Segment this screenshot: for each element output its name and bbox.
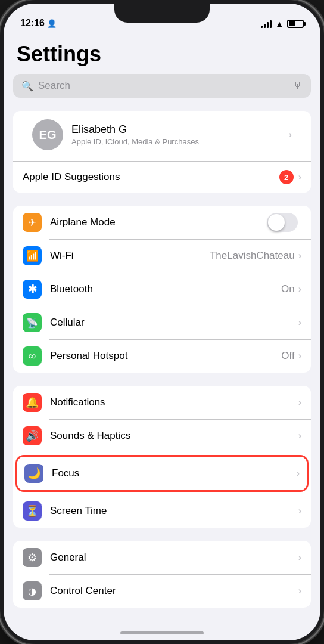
- hotspot-row[interactable]: ∞ Personal Hotspot Off ›: [13, 339, 311, 373]
- phone-frame: 12:16 👤 ▲ Settings: [0, 0, 324, 644]
- suggestions-row[interactable]: Apple ID Suggestions 2 ›: [13, 161, 311, 193]
- notifications-icon: 🔔: [23, 393, 42, 412]
- page-title: Settings: [4, 32, 320, 74]
- battery-icon: [287, 20, 304, 28]
- control-center-icon: ◑: [23, 581, 42, 600]
- general-row[interactable]: ⚙ General ›: [13, 541, 311, 574]
- bluetooth-value: On: [281, 283, 295, 295]
- sounds-chevron: ›: [298, 431, 301, 441]
- apple-id-info: Elisabeth G Apple ID, iCloud, Media & Pu…: [71, 123, 289, 146]
- suggestions-badge: 2: [279, 170, 294, 184]
- bluetooth-label: Bluetooth: [50, 283, 281, 295]
- screen-time-icon: ⏳: [23, 501, 42, 521]
- search-placeholder: Search: [38, 80, 288, 92]
- apple-id-name: Elisabeth G: [71, 123, 289, 136]
- signal-bars: [261, 20, 272, 28]
- sounds-icon: 🔊: [23, 426, 42, 445]
- focus-chevron: ›: [297, 468, 300, 479]
- user-icon: 👤: [47, 19, 57, 28]
- signal-bar-1: [261, 26, 263, 28]
- mic-icon: 🎙: [293, 80, 303, 91]
- notifications-row[interactable]: 🔔 Notifications ›: [13, 386, 311, 419]
- general-chevron: ›: [298, 552, 301, 563]
- hotspot-label: Personal Hotspot: [50, 350, 281, 362]
- signal-bar-2: [264, 24, 266, 28]
- notch: [114, 4, 210, 23]
- suggestions-label: Apple ID Suggestions: [23, 171, 279, 183]
- focus-highlight-container: 🌙 Focus ›: [13, 453, 311, 494]
- system-group-1: 🔔 Notifications › 🔊 Sounds & Haptics ›: [13, 386, 311, 528]
- wifi-chevron: ›: [298, 250, 301, 261]
- screen-time-chevron: ›: [298, 506, 301, 516]
- signal-bar-4: [270, 20, 272, 28]
- battery-fill: [289, 21, 295, 26]
- cellular-icon: 📡: [23, 313, 42, 332]
- signal-bar-3: [267, 22, 269, 28]
- control-center-label: Control Center: [50, 585, 298, 597]
- airplane-mode-row[interactable]: ✈ Airplane Mode: [13, 206, 311, 239]
- general-label: General: [50, 552, 298, 564]
- focus-row-border: 🌙 Focus ›: [15, 455, 309, 492]
- bluetooth-chevron: ›: [298, 284, 301, 295]
- control-center-chevron: ›: [298, 586, 301, 596]
- screen-time-label: Screen Time: [50, 505, 298, 517]
- hotspot-value: Off: [281, 350, 294, 362]
- status-icons: ▲: [261, 19, 304, 29]
- system-group-2: ⚙ General › ◑ Control Center ›: [13, 541, 311, 608]
- avatar: EG: [32, 119, 63, 150]
- connectivity-group: ✈ Airplane Mode 📶 Wi-Fi TheLavishChateau…: [13, 206, 311, 373]
- suggestions-chevron: ›: [298, 172, 301, 182]
- apple-id-row[interactable]: EG Elisabeth G Apple ID, iCloud, Media &…: [23, 111, 301, 159]
- wifi-value: TheLavishChateau: [210, 250, 295, 262]
- airplane-mode-label: Airplane Mode: [50, 216, 267, 228]
- notifications-chevron: ›: [298, 397, 301, 408]
- search-icon: 🔍: [21, 80, 33, 92]
- settings-content[interactable]: Settings 🔍 Search 🎙 EG Elisabeth G Apple…: [4, 32, 320, 640]
- airplane-mode-toggle[interactable]: [267, 213, 298, 232]
- notifications-label: Notifications: [50, 397, 298, 408]
- apple-id-chevron: ›: [289, 129, 292, 140]
- search-bar[interactable]: 🔍 Search 🎙: [13, 74, 311, 98]
- focus-icon: 🌙: [24, 464, 43, 483]
- home-indicator: [120, 631, 204, 634]
- screen: 12:16 👤 ▲ Settings: [4, 4, 320, 640]
- wifi-label: Wi-Fi: [50, 250, 210, 262]
- status-time: 12:16 👤: [20, 18, 57, 29]
- airplane-mode-icon: ✈: [23, 213, 42, 232]
- sounds-label: Sounds & Haptics: [50, 430, 298, 442]
- cellular-label: Cellular: [50, 317, 298, 329]
- control-center-row[interactable]: ◑ Control Center ›: [13, 574, 311, 608]
- screen-time-row[interactable]: ⏳ Screen Time ›: [13, 494, 311, 528]
- hotspot-icon: ∞: [23, 346, 42, 366]
- wifi-icon: ▲: [275, 19, 284, 29]
- apple-id-subtitle: Apple ID, iCloud, Media & Purchases: [71, 137, 289, 146]
- cellular-chevron: ›: [298, 317, 301, 328]
- wifi-icon-row: 📶: [23, 246, 42, 265]
- cellular-row[interactable]: 📡 Cellular ›: [13, 306, 311, 339]
- bluetooth-row[interactable]: ✱ Bluetooth On ›: [13, 273, 311, 306]
- focus-label: Focus: [52, 467, 297, 479]
- sounds-row[interactable]: 🔊 Sounds & Haptics ›: [13, 419, 311, 453]
- focus-row[interactable]: 🌙 Focus ›: [17, 457, 307, 490]
- time-display: 12:16: [20, 18, 45, 29]
- general-icon: ⚙: [23, 548, 42, 567]
- wifi-row[interactable]: 📶 Wi-Fi TheLavishChateau ›: [13, 239, 311, 273]
- apple-id-section[interactable]: EG Elisabeth G Apple ID, iCloud, Media &…: [13, 111, 311, 193]
- hotspot-chevron: ›: [298, 351, 301, 361]
- bluetooth-icon: ✱: [23, 280, 42, 299]
